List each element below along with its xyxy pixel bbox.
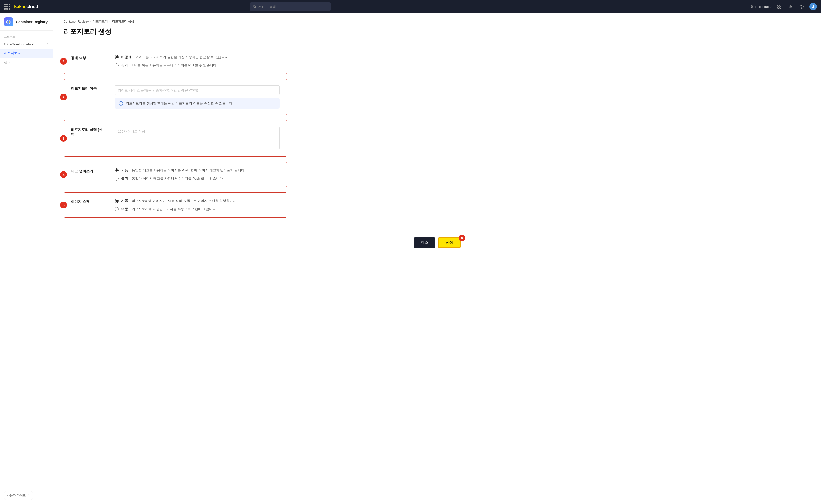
logo-kakao: kakao	[14, 4, 27, 9]
radio-private-desc: IAM 또는 리포지토리 권한을 가진 사용자만 접근할 수 있습니다.	[135, 55, 229, 59]
form-section-2: 리포지토리 이름 i 리포지토리를 생성한 후에는 해당 리포지토리 이름을 수…	[64, 79, 287, 115]
sidebar-service-header: Container Registry	[0, 13, 53, 31]
grid-menu-icon[interactable]	[4, 4, 10, 10]
radio-tag-enabled-input[interactable]	[115, 168, 119, 172]
help-icon[interactable]	[798, 3, 805, 10]
repo-name-input[interactable]	[115, 85, 280, 95]
repo-name-info: i 리포지토리를 생성한 후에는 해당 리포지토리 이름을 수정할 수 없습니다…	[115, 98, 280, 109]
section-image-scan: 5 이미지 스캔 자동 리포지토리에 이미지가 Push 될 때 자동으로 이미…	[64, 192, 287, 218]
radio-private-label: 비공개	[121, 55, 132, 59]
sidebar-bottom: 사용자 가이드 ↗	[0, 487, 53, 504]
sidebar-item-project[interactable]: kr2-setup-default	[0, 40, 53, 49]
form-label-repo-name: 리포지토리 이름	[71, 85, 106, 91]
form-label-visibility: 공개 여부	[71, 55, 106, 60]
sidebar-item-management[interactable]: 관리	[0, 58, 53, 67]
svg-marker-9	[7, 20, 11, 24]
radio-tag-disabled-label: 불가	[121, 176, 128, 181]
search-bar[interactable]	[250, 2, 331, 11]
step-badge-3: 3	[60, 135, 67, 142]
radio-tag-disabled[interactable]: 불가 동일한 이미지 태그를 사용해서 이미지를 Push 할 수 없습니다.	[115, 176, 280, 181]
sidebar-item-label: 리포지토리	[4, 51, 21, 55]
breadcrumb: Container Registry › 리포지토리 › 리포지토리 생성	[64, 19, 287, 24]
radio-tag-enabled-desc: 동일한 태그를 사용하는 이미지를 Push 할 때 이미지 태그가 덮어쓰기 …	[132, 168, 245, 173]
breadcrumb-current: 리포지토리 생성	[112, 19, 134, 24]
radio-tag-disabled-desc: 동일한 이미지 태그를 사용해서 이미지를 Push 할 수 없습니다.	[132, 176, 224, 181]
radio-scan-auto-input[interactable]	[115, 199, 119, 203]
service-icon	[4, 17, 13, 26]
step-badge-1: 1	[60, 58, 67, 65]
section-repo-name: 2 리포지토리 이름 i 리포지토리를 생성한 후에는 해당 리포지토리 이름을…	[64, 79, 287, 115]
radio-private-input[interactable]	[115, 55, 119, 59]
download-icon[interactable]	[787, 3, 794, 10]
scan-options: 자동 리포지토리에 이미지가 Push 될 때 자동으로 이미지 스캔을 실행합…	[115, 199, 280, 211]
radio-public-desc: URI를 아는 사용자는 누구나 이미지를 Pull 할 수 있습니다.	[132, 63, 217, 68]
radio-tag-disabled-input[interactable]	[115, 177, 119, 181]
description-control	[115, 127, 280, 150]
main-content: Container Registry › 리포지토리 › 리포지토리 생성 리포…	[53, 13, 821, 504]
radio-scan-manual-input[interactable]	[115, 207, 119, 211]
radio-scan-auto-label: 자동	[121, 199, 128, 203]
form-section-4: 태그 덮어쓰기 가능 동일한 태그를 사용하는 이미지를 Push 할 때 이미…	[64, 162, 287, 187]
radio-scan-manual[interactable]: 수동 리포지토리에 저장된 이미지를 수동으로 스캔해야 합니다.	[115, 207, 280, 211]
svg-marker-10	[8, 21, 10, 23]
search-icon	[253, 5, 256, 8]
svg-line-1	[255, 7, 256, 8]
footer-bar: 취소 생성 6	[53, 233, 821, 252]
radio-public[interactable]: 공개 URI를 아는 사용자는 누구나 이미지를 Pull 할 수 있습니다.	[115, 63, 280, 68]
region-label: kr-central-2	[755, 5, 772, 9]
sidebar: Container Registry 프로젝트 kr2-setup-defaul…	[0, 13, 53, 504]
avatar[interactable]: J	[809, 3, 817, 10]
visibility-options: 비공개 IAM 또는 리포지토리 권한을 가진 사용자만 접근할 수 있습니다.…	[115, 55, 280, 68]
svg-rect-3	[778, 5, 779, 6]
form-label-description: 리포지토리 설명 (선택)	[71, 127, 106, 137]
step-badge-6: 6	[459, 235, 465, 241]
radio-scan-auto[interactable]: 자동 리포지토리에 이미지가 Push 될 때 자동으로 이미지 스캔을 실행합…	[115, 199, 280, 203]
radio-tag-enabled[interactable]: 가능 동일한 태그를 사용하는 이미지를 Push 할 때 이미지 태그가 덮어…	[115, 168, 280, 173]
radio-tag-enabled-label: 가능	[121, 168, 128, 173]
page-title: 리포지토리 생성	[64, 27, 287, 36]
radio-private[interactable]: 비공개 IAM 또는 리포지토리 권한을 가진 사용자만 접근할 수 있습니다.	[115, 55, 280, 59]
logo-cloud: cloud	[27, 4, 38, 9]
svg-point-2	[751, 6, 753, 7]
description-input[interactable]	[115, 127, 280, 149]
section-tag-overwrite: 4 태그 덮어쓰기 가능 동일한 태그를 사용하는 이미지를 Push 할 때 …	[64, 162, 287, 187]
sidebar-section-label: 프로젝트	[0, 31, 53, 40]
radio-public-input[interactable]	[115, 63, 119, 67]
radio-scan-manual-desc: 리포지토리에 저장된 이미지를 수동으로 스캔해야 합니다.	[132, 207, 217, 211]
radio-scan-manual-label: 수동	[121, 207, 128, 211]
step-badge-4: 4	[60, 171, 67, 178]
form-section-1: 공개 여부 비공개 IAM 또는 리포지토리 권한을 가진 사용자만 접근할 수…	[64, 49, 287, 74]
radio-scan-auto-desc: 리포지토리에 이미지가 Push 될 때 자동으로 이미지 스캔을 실행합니다.	[132, 199, 237, 203]
sidebar-item-repository[interactable]: 리포지토리	[0, 49, 53, 58]
info-icon: i	[119, 101, 123, 106]
svg-point-8	[801, 7, 802, 8]
create-button[interactable]: 생성	[438, 237, 461, 248]
breadcrumb-link-1[interactable]: Container Registry	[64, 20, 89, 23]
topnav-right: kr-central-2 J	[750, 3, 817, 10]
tag-options: 가능 동일한 태그를 사용하는 이미지를 Push 할 때 이미지 태그가 덮어…	[115, 168, 280, 181]
region-selector[interactable]: kr-central-2	[750, 5, 772, 9]
info-text: 리포지토리를 생성한 후에는 해당 리포지토리 이름을 수정할 수 없습니다.	[126, 101, 233, 106]
screens-icon[interactable]	[776, 3, 783, 10]
form-section-5: 이미지 스캔 자동 리포지토리에 이미지가 Push 될 때 자동으로 이미지 …	[64, 192, 287, 218]
cloud-icon	[4, 43, 8, 46]
section-description: 3 리포지토리 설명 (선택)	[64, 120, 287, 157]
logo: kakaocloud	[14, 4, 38, 9]
sidebar-project-name: kr2-setup-default	[10, 42, 35, 46]
search-input[interactable]	[258, 5, 328, 9]
user-guide-button[interactable]: 사용자 가이드 ↗	[4, 491, 33, 500]
form-label-tag: 태그 덮어쓰기	[71, 168, 106, 174]
step-badge-2: 2	[60, 94, 67, 100]
cancel-button[interactable]: 취소	[414, 237, 435, 248]
location-icon	[750, 5, 753, 8]
section-visibility: 1 공개 여부 비공개 IAM 또는 리포지토리 권한을 가진 사용자만 접근할…	[64, 49, 287, 74]
svg-rect-4	[780, 5, 781, 6]
form-label-scan: 이미지 스캔	[71, 199, 106, 204]
svg-rect-6	[780, 7, 781, 8]
repo-name-control: i 리포지토리를 생성한 후에는 해당 리포지토리 이름을 수정할 수 없습니다…	[115, 85, 280, 109]
step-badge-5: 5	[60, 202, 67, 208]
breadcrumb-link-2[interactable]: 리포지토리	[93, 19, 108, 24]
chevron-right-icon	[46, 43, 49, 46]
top-navigation: kakaocloud kr-central-2	[0, 0, 821, 13]
sidebar-item-label: 관리	[4, 60, 11, 65]
